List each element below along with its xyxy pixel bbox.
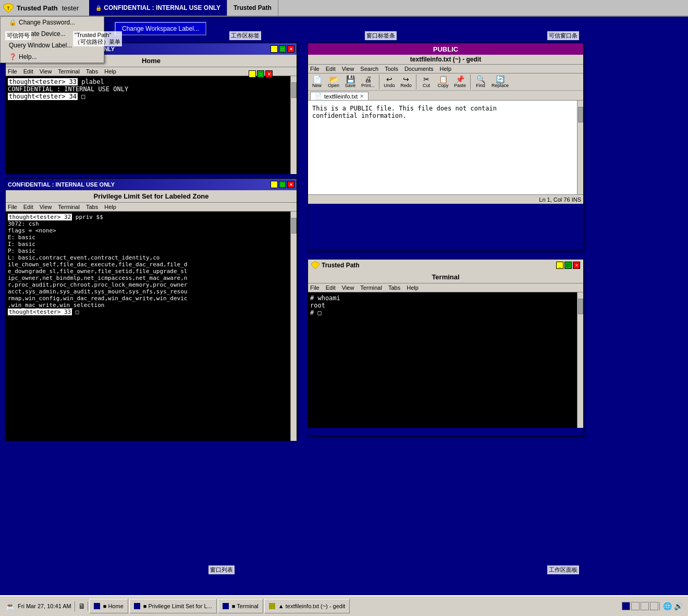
priv-menu-edit[interactable]: Edit [23, 204, 33, 210]
tab-confidential[interactable]: 🔒 CONFIDENTIAL : INTERNAL USE ONLY [89, 0, 227, 16]
copy-icon: 📋 [439, 76, 448, 83]
home-prompt-highlight-3: thought<tester> 34 [8, 93, 78, 100]
workspace-1[interactable] [622, 602, 630, 610]
trusted-terminal-menubar: File Edit View Terminal Tabs Help [308, 284, 583, 292]
menu-item-query-window[interactable]: Query Window Label... [1, 40, 104, 51]
home-close-btn[interactable]: ✕ [287, 45, 294, 53]
priv-menu-tabs[interactable]: Tabs [86, 204, 98, 210]
tab-trusted-path[interactable]: Trusted Path [227, 0, 278, 16]
gedit-menu-file[interactable]: File [310, 66, 320, 72]
trusted-menu-terminal[interactable]: Terminal [360, 285, 382, 291]
screen-icon-btn[interactable]: 🖥 [76, 601, 88, 611]
home-content-area: thought<tester> 33 plabel CONFIDENTIAL :… [6, 76, 297, 174]
menu-item-change-password[interactable]: 🔒 Change Password... [1, 17, 104, 28]
privilege-minimize-btn[interactable]: _ [271, 181, 278, 188]
gedit-text-content[interactable]: This is a PUBLIC file. This file does no… [308, 101, 577, 194]
gedit-new-btn[interactable]: 📄 New [309, 75, 325, 89]
gedit-paste-btn[interactable]: 📌 Paste [452, 75, 468, 89]
gedit-text: This is a PUBLIC file. This file does no… [312, 105, 497, 119]
taskbar-terminal-btn[interactable]: ■ Terminal [218, 599, 263, 613]
priv-menu-view[interactable]: View [40, 204, 52, 210]
home-menu-terminal[interactable]: Terminal [58, 68, 80, 75]
trusted-menu-edit[interactable]: Edit [326, 285, 336, 291]
home-scrollbar[interactable] [290, 76, 297, 174]
trusted-menu-help[interactable]: Help [407, 285, 419, 291]
gedit-print-btn[interactable]: 🖨 Print... [359, 75, 377, 89]
home-menu-edit[interactable]: Edit [23, 68, 33, 75]
taskbar-gedit-btn[interactable]: ▲ textfileinfo.txt (~) - gedit [264, 599, 350, 613]
gedit-menu-view[interactable]: View [342, 66, 354, 72]
gedit-replace-btn[interactable]: 🔄 Replace [489, 75, 511, 89]
gedit-menu-edit[interactable]: Edit [326, 66, 336, 72]
home-menu-tabs[interactable]: Tabs [86, 68, 98, 75]
trusted-menu-file[interactable]: File [310, 285, 320, 291]
priv-menu-file[interactable]: File [8, 204, 17, 210]
trusted-terminal-maximize-btn[interactable]: □ [564, 262, 572, 269]
home-maximize-btn[interactable]: □ [279, 45, 286, 53]
gedit-cut-btn[interactable]: ✂ Cut [419, 75, 434, 89]
gedit-file-tab[interactable]: 📄 textfileinfo.txt ✕ [310, 92, 368, 100]
privilege-menubar: File Edit View Terminal Tabs Help [6, 203, 297, 212]
workspace-2[interactable] [631, 602, 640, 610]
public-minimize-btn[interactable]: _ [249, 70, 256, 78]
open-icon: 📂 [329, 76, 338, 83]
priv-menu-help[interactable]: Help [104, 204, 116, 210]
privilege-window-titlebar[interactable]: CONFIDENTIAL : INTERNAL USE ONLY _ □ ✕ [6, 179, 297, 190]
gedit-find-btn[interactable]: 🔍 Find [473, 75, 488, 89]
workspace-3[interactable] [641, 602, 649, 610]
taskbar-home-btn[interactable]: ■ Home [89, 599, 128, 613]
home-menu-file[interactable]: File [8, 68, 17, 75]
home-minimize-btn[interactable]: _ [271, 45, 278, 53]
gedit-menu-tools[interactable]: Tools [385, 66, 398, 72]
toolbar-separator-2 [416, 75, 416, 89]
gedit-status-text: Ln 1, Col 76 INS [539, 196, 581, 203]
home-menu-view[interactable]: View [40, 68, 52, 75]
volume-icon: 🔊 [674, 602, 683, 610]
trusted-terminal-outer-bar[interactable]: Trusted Path _ □ ✕ [308, 260, 583, 271]
privilege-maximize-btn[interactable]: □ [279, 181, 286, 188]
gedit-redo-btn[interactable]: ↪ Redo [398, 75, 414, 89]
trusted-path-user: tester [62, 4, 79, 12]
menu-item-allocate-device[interactable]: 🖥 Allocate Device... [1, 28, 104, 40]
public-maximize-btn[interactable]: □ [257, 70, 264, 78]
home-terminal-content[interactable]: thought<tester> 33 plabel CONFIDENTIAL :… [6, 76, 290, 174]
svg-text:T: T [7, 6, 10, 11]
trusted-path-bar[interactable]: T Trusted Path tester 🔒 CONFIDENTIAL : I… [0, 0, 688, 17]
trusted-menu-tabs[interactable]: Tabs [388, 285, 400, 291]
gedit-undo-btn[interactable]: ↩ Undo [382, 75, 397, 89]
privilege-close-btn[interactable]: ✕ [287, 181, 294, 188]
find-icon: 🔍 [476, 76, 485, 83]
public-gedit-body: textfileinfo.txt (~) - gedit File Edit V… [308, 55, 583, 204]
gedit-copy-btn[interactable]: 📋 Copy [435, 75, 451, 89]
gedit-save-btn[interactable]: 💾 Save [342, 75, 358, 89]
privilege-btn-icon [134, 603, 140, 609]
trusted-terminal-close-btn[interactable]: ✕ [573, 262, 580, 269]
home-menu-help[interactable]: Help [104, 68, 116, 75]
gedit-open-btn[interactable]: 📂 Open [326, 75, 341, 89]
workspace-4[interactable] [650, 602, 658, 610]
gedit-menubar: File Edit View Search Tools Documents He… [308, 65, 583, 73]
help-icon: ❓ [9, 53, 17, 60]
gedit-scrollbar[interactable] [577, 101, 583, 194]
gedit-tab-close[interactable]: ✕ [360, 93, 364, 99]
priv-line-3: flags = <none> [8, 227, 288, 234]
trusted-terminal-content[interactable]: # whoami root # □ [308, 292, 577, 428]
trusted-terminal-minimize-btn[interactable]: _ [556, 262, 563, 269]
gedit-menu-search[interactable]: Search [360, 66, 378, 72]
trusted-terminal-scrollbar[interactable] [577, 292, 583, 428]
trusted-menu-view[interactable]: View [342, 285, 354, 291]
privilege-scrollbar[interactable] [290, 212, 297, 441]
privilege-terminal-content[interactable]: thought<tester> 32 ppriv $$ 3072: csh fl… [6, 212, 290, 441]
gedit-menu-documents[interactable]: Documents [404, 66, 434, 72]
gedit-menu-help[interactable]: Help [440, 66, 452, 72]
public-gedit-window: PUBLIC _ □ ✕ textfileinfo.txt (~) - gedi… [308, 43, 584, 251]
privilege-window-controls: _ □ ✕ [271, 181, 294, 188]
priv-menu-terminal[interactable]: Terminal [58, 204, 80, 210]
home-line-2: CONFIDENTIAL : INTERNAL USE ONLY [8, 85, 288, 93]
change-workspace-label-button[interactable]: Change Workspace Label... [115, 22, 206, 35]
priv-line-12: acct,sys_admin,sys_audit,sys_mount,sys_n… [8, 288, 288, 295]
java-icon: ☕ [5, 601, 16, 611]
taskbar-privilege-btn[interactable]: ■ Privilege Limit Set for L... [129, 599, 217, 613]
public-close-btn[interactable]: ✕ [265, 70, 273, 78]
menu-item-help[interactable]: ❓ Help... [1, 51, 104, 63]
